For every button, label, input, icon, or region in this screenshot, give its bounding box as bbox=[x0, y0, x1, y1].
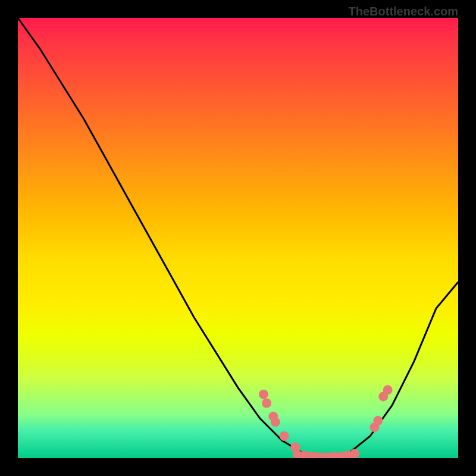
chart-svg bbox=[18, 18, 458, 458]
scatter-point bbox=[259, 390, 268, 399]
scatter-points bbox=[259, 385, 393, 458]
scatter-point bbox=[350, 449, 359, 458]
scatter-point bbox=[383, 385, 393, 394]
chart-plot-area bbox=[18, 18, 458, 458]
watermark-text: TheBottleneck.com bbox=[349, 5, 458, 18]
scatter-point bbox=[262, 399, 271, 408]
scatter-point bbox=[373, 416, 383, 425]
bottleneck-curve bbox=[18, 18, 458, 458]
scatter-point bbox=[280, 431, 289, 441]
scatter-point bbox=[271, 417, 280, 427]
